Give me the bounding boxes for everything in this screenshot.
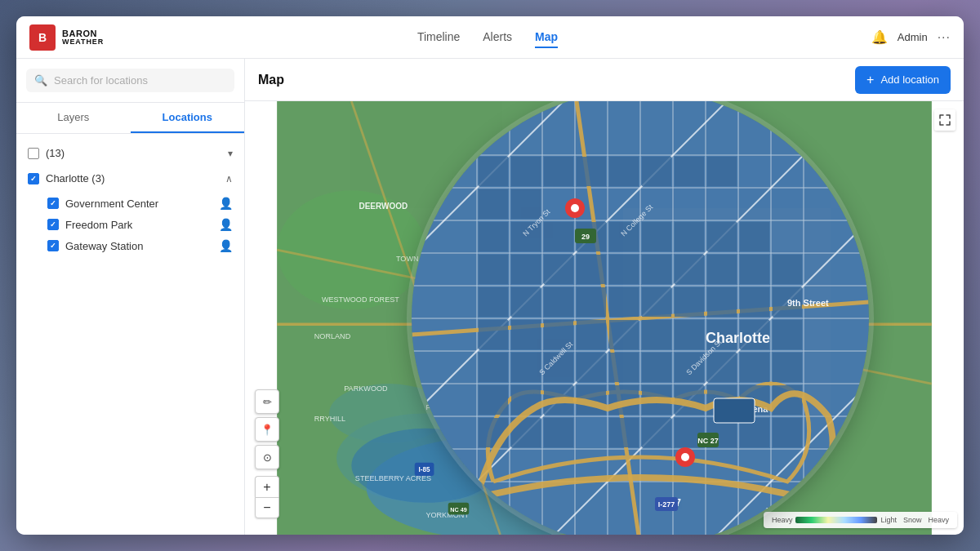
circular-map-inner: 9th Street Charlotte CTC Arena N Tryon S… [412, 101, 869, 535]
nav-links: Timeline Alerts Map [130, 27, 845, 48]
bell-icon[interactable]: 🔔 [871, 29, 888, 45]
item-freedom-left: Freedom Park [47, 219, 132, 231]
svg-rect-87 [609, 255, 639, 284]
svg-rect-114 [511, 353, 541, 382]
svg-rect-157 [763, 522, 812, 524]
tab-locations[interactable]: Locations [131, 103, 245, 133]
search-icon: 🔍 [34, 74, 47, 87]
gov-center-label: Government Center [65, 198, 158, 210]
person-icon-gateway[interactable]: 👤 [219, 239, 233, 252]
admin-label[interactable]: Admin [898, 31, 928, 43]
svg-text:29: 29 [581, 233, 590, 241]
svg-text:WESTWOOD FOREST: WESTWOOD FOREST [322, 295, 399, 304]
search-placeholder: Search for locations [54, 74, 148, 87]
legend-light-label: Light [880, 516, 897, 524]
nav-right: 🔔 Admin ··· [871, 29, 951, 45]
svg-text:NC 27: NC 27 [697, 437, 719, 445]
svg-rect-112 [773, 320, 802, 349]
gateway-station-checkbox[interactable] [47, 240, 59, 251]
add-location-button[interactable]: + Add location [855, 66, 951, 94]
map-container[interactable]: DEERWOOD PAW CREEK CHEMWAY TOWN PARK WES… [245, 101, 964, 535]
sidebar-tabs: Layers Locations [16, 103, 244, 134]
zoom-controls: + − [255, 476, 279, 518]
svg-rect-104 [511, 320, 541, 349]
app-window: B BARON WEATHER Timeline Alerts Map 🔔 Ad… [16, 16, 964, 535]
person-icon-gov[interactable]: 👤 [219, 197, 233, 210]
svg-rect-107 [609, 320, 639, 349]
svg-rect-71 [642, 157, 671, 186]
svg-rect-101 [740, 287, 769, 317]
group-charlotte-left: Charlotte (3) [28, 172, 105, 184]
top-nav: B BARON WEATHER Timeline Alerts Map 🔔 Ad… [16, 16, 964, 59]
svg-point-165 [681, 453, 689, 461]
svg-rect-76 [544, 222, 573, 251]
sidebar-content: (13) ▾ Charlotte (3) ∧ [16, 134, 244, 535]
svg-rect-80 [675, 222, 704, 251]
nav-map[interactable]: Map [535, 27, 558, 48]
map-toolbar: Map + Add location [245, 59, 964, 101]
svg-rect-67 [511, 189, 541, 219]
charlotte-map-svg: 9th Street Charlotte CTC Arena N Tryon S… [412, 101, 869, 535]
svg-rect-69 [577, 157, 606, 186]
svg-rect-86 [577, 255, 606, 284]
svg-rect-98 [642, 287, 671, 317]
layers-tool-button[interactable]: ⊙ [255, 445, 279, 469]
svg-rect-137 [642, 418, 671, 447]
svg-text:1 mi: 1 mi [765, 506, 779, 514]
map-controls: ✏ 📍 ⊙ [255, 389, 279, 469]
location-tool-button[interactable]: 📍 [255, 417, 279, 442]
svg-rect-135 [544, 418, 573, 447]
svg-rect-97 [609, 287, 639, 317]
group-all-header[interactable]: (13) ▾ [16, 140, 244, 166]
circular-map-overlay: 9th Street Charlotte CTC Arena N Tryon S… [412, 101, 869, 535]
gov-center-checkbox[interactable] [47, 198, 59, 209]
svg-rect-156 [714, 398, 755, 423]
svg-rect-89 [675, 255, 704, 284]
expand-map-button[interactable] [934, 109, 956, 131]
search-box[interactable]: 🔍 Search for locations [26, 69, 234, 92]
more-options-icon[interactable]: ··· [938, 30, 951, 45]
nav-timeline[interactable]: Timeline [417, 27, 460, 48]
map-area: Map + Add location [245, 59, 964, 535]
brand: B BARON WEATHER [29, 24, 104, 51]
group-all-checkbox[interactable] [28, 148, 39, 159]
group-charlotte-header[interactable]: Charlotte (3) ∧ [16, 166, 244, 191]
group-all-chevron[interactable]: ▾ [228, 148, 233, 159]
person-icon-freedom[interactable]: 👤 [219, 218, 233, 231]
svg-text:2 km: 2 km [765, 531, 782, 535]
pin-government-center [565, 198, 585, 218]
zoom-out-button[interactable]: − [255, 497, 279, 518]
svg-rect-159 [812, 514, 813, 524]
svg-rect-88 [642, 255, 671, 284]
list-item[interactable]: Gateway Station 👤 [16, 235, 244, 256]
add-location-label: Add location [880, 73, 939, 86]
group-charlotte-chevron[interactable]: ∧ [225, 173, 233, 184]
svg-rect-81 [707, 222, 737, 251]
svg-rect-91 [740, 255, 769, 284]
tab-layers[interactable]: Layers [16, 103, 131, 133]
svg-rect-136 [609, 418, 639, 447]
svg-rect-68 [544, 157, 573, 186]
legend-snow-label: Snow [903, 516, 922, 524]
zoom-in-button[interactable]: + [255, 476, 279, 497]
svg-rect-121 [740, 353, 769, 382]
svg-rect-93 [479, 287, 508, 317]
nav-alerts[interactable]: Alerts [483, 27, 512, 48]
svg-text:RRYHILL: RRYHILL [314, 415, 345, 423]
item-gateway-left: Gateway Station [47, 240, 143, 252]
sidebar: 🔍 Search for locations Layers Locations … [16, 59, 245, 535]
freedom-park-checkbox[interactable] [47, 219, 59, 230]
plus-icon: + [866, 73, 874, 87]
svg-rect-122 [773, 353, 802, 382]
svg-rect-84 [511, 255, 541, 284]
svg-rect-85 [544, 255, 573, 284]
pin-gateway-station [675, 447, 695, 467]
svg-rect-120 [707, 353, 737, 382]
svg-rect-94 [511, 287, 541, 317]
draw-tool-button[interactable]: ✏ [255, 389, 279, 414]
svg-rect-90 [707, 255, 737, 284]
svg-text:I-277: I-277 [658, 500, 675, 509]
list-item[interactable]: Freedom Park 👤 [16, 214, 244, 235]
group-charlotte-checkbox[interactable] [28, 173, 39, 184]
list-item[interactable]: Government Center 👤 [16, 193, 244, 214]
